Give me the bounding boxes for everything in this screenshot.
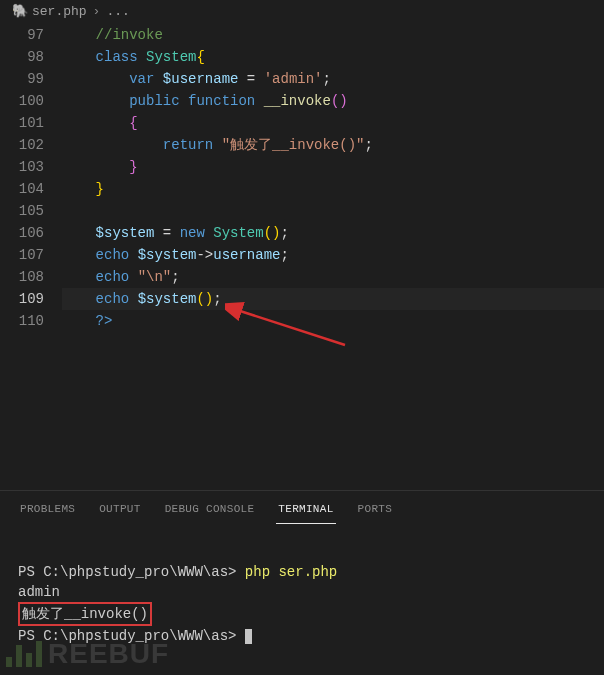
code-line[interactable]: echo $system(); (62, 288, 604, 310)
code-content[interactable]: //invoke class System{ var $username = '… (62, 24, 604, 332)
code-line[interactable] (62, 200, 604, 222)
terminal-cursor (245, 629, 252, 644)
terminal-highlight-box: 触发了__invoke() (18, 602, 152, 626)
line-number: 101 (0, 112, 44, 134)
breadcrumb-more[interactable]: ... (106, 4, 129, 19)
panel-tab-terminal[interactable]: TERMINAL (276, 499, 335, 524)
line-number: 104 (0, 178, 44, 200)
code-line[interactable]: $system = new System(); (62, 222, 604, 244)
code-line[interactable]: { (62, 112, 604, 134)
line-number: 106 (0, 222, 44, 244)
panel-tab-output[interactable]: OUTPUT (97, 499, 142, 524)
code-line[interactable]: } (62, 178, 604, 200)
panel-tab-bar: PROBLEMSOUTPUTDEBUG CONSOLETERMINALPORTS (0, 491, 604, 524)
code-line[interactable]: var $username = 'admin'; (62, 68, 604, 90)
line-number: 108 (0, 266, 44, 288)
code-line[interactable]: class System{ (62, 46, 604, 68)
terminal-prompt: PS C:\phpstudy_pro\WWW\as> (18, 628, 245, 644)
line-number: 107 (0, 244, 44, 266)
code-line[interactable]: } (62, 156, 604, 178)
breadcrumb-file[interactable]: ser.php (32, 4, 87, 19)
bottom-panel: PROBLEMSOUTPUTDEBUG CONSOLETERMINALPORTS… (0, 490, 604, 675)
line-number: 109 (0, 288, 44, 310)
line-number: 97 (0, 24, 44, 46)
line-number: 105 (0, 200, 44, 222)
code-line[interactable]: public function __invoke() (62, 90, 604, 112)
code-line[interactable]: echo "\n"; (62, 266, 604, 288)
panel-tab-debug-console[interactable]: DEBUG CONSOLE (163, 499, 257, 524)
line-number: 110 (0, 310, 44, 332)
code-line[interactable]: return "触发了__invoke()"; (62, 134, 604, 156)
code-line[interactable]: ?> (62, 310, 604, 332)
terminal-command: php ser.php (245, 564, 337, 580)
breadcrumb[interactable]: 🐘 ser.php › ... (0, 0, 604, 22)
terminal-line: admin (18, 584, 60, 600)
terminal-output[interactable]: PS C:\phpstudy_pro\WWW\as> php ser.php a… (0, 524, 604, 666)
panel-tab-problems[interactable]: PROBLEMS (18, 499, 77, 524)
line-number: 100 (0, 90, 44, 112)
line-number: 103 (0, 156, 44, 178)
terminal-prompt: PS C:\phpstudy_pro\WWW\as> (18, 564, 245, 580)
code-line[interactable]: //invoke (62, 24, 604, 46)
code-editor[interactable]: 979899100101102103104105106107108109110 … (0, 22, 604, 332)
chevron-right-icon: › (93, 4, 101, 19)
line-number: 98 (0, 46, 44, 68)
php-file-icon: 🐘 (12, 3, 28, 19)
line-number: 102 (0, 134, 44, 156)
line-number-gutter: 979899100101102103104105106107108109110 (0, 24, 62, 332)
code-line[interactable]: echo $system->username; (62, 244, 604, 266)
panel-tab-ports[interactable]: PORTS (356, 499, 395, 524)
line-number: 99 (0, 68, 44, 90)
